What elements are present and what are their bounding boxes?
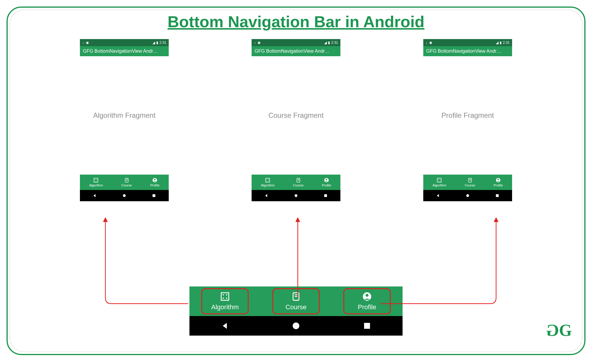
back-icon[interactable] [264,193,269,198]
status-time: 2:31 [160,41,166,45]
svg-point-14 [266,179,267,180]
status-time: 2:31 [503,41,510,45]
page-title: Bottom Navigation Bar in Android [8,12,584,31]
nav-item-profile[interactable]: Profile [322,178,331,187]
nav-item-course[interactable]: Course [293,178,303,187]
svg-marker-52 [103,217,108,222]
circle-icon: ◉ [429,41,432,45]
back-icon[interactable] [221,321,229,330]
home-icon[interactable] [294,193,298,198]
svg-rect-13 [266,178,270,182]
home-icon[interactable] [292,321,300,330]
svg-point-40 [223,294,224,295]
grid-icon [93,178,99,183]
svg-point-4 [96,181,97,181]
big-system-nav [189,316,403,336]
status-bar: ↓ ◉ ◢ ▮ 2:31 [252,39,340,46]
svg-point-2 [96,179,97,180]
svg-marker-54 [494,217,498,222]
status-bar: ↓ ◉ ◢ ▮ 2:31 [423,39,512,46]
svg-point-9 [154,179,156,180]
svg-rect-38 [496,194,498,197]
nav-label: Algorithm [261,183,274,187]
person-icon [496,178,501,183]
recent-icon[interactable] [323,193,328,198]
person-icon [324,178,329,183]
bottom-nav: Algorithm Course Profile [252,175,340,190]
system-nav [252,190,340,201]
grid-icon [220,291,230,302]
system-nav [423,190,512,201]
svg-point-37 [466,194,469,197]
nav-item-algorithm[interactable]: Algorithm [261,178,274,187]
nav-label: Profile [322,183,331,187]
bottom-nav: Algorithm Course Profile [423,175,512,190]
home-icon[interactable] [465,193,470,198]
svg-point-41 [226,294,227,295]
svg-rect-39 [221,293,229,300]
svg-point-15 [268,179,269,180]
svg-marker-10 [94,194,96,197]
status-bar: ↓ ◉ ◢ ▮ 2:31 [80,39,169,46]
fragment-label: Course Fragment [252,56,340,175]
big-nav-label: Course [286,303,307,311]
recent-icon[interactable] [152,193,156,198]
nav-label: Algorithm [89,183,103,187]
nav-label: Algorithm [432,183,446,187]
svg-point-42 [223,298,224,299]
circle-icon: ◉ [258,41,260,45]
big-nav-label: Algorithm [211,303,239,311]
nav-label: Profile [150,183,160,187]
signal-icon: ◢ [496,41,498,45]
battery-icon: ▮ [500,41,502,45]
phone-algorithm: ↓ ◉ ◢ ▮ 2:31 GFG BottomNavigationView An… [80,39,169,201]
nav-item-profile[interactable]: Profile [150,178,160,187]
download-icon: ↓ [254,41,256,45]
svg-point-27 [438,179,439,180]
back-icon[interactable] [436,193,440,198]
svg-point-3 [95,181,95,181]
nav-item-course[interactable]: Course [465,178,475,187]
home-icon[interactable] [122,193,127,198]
svg-rect-51 [364,323,370,329]
phone-profile: ↓ ◉ ◢ ▮ 2:31 GFG BottomNavigationView An… [423,39,512,201]
download-icon: ↓ [426,41,427,45]
battery-icon: ▮ [328,41,330,45]
svg-rect-26 [437,178,442,182]
arrow-profile [372,215,520,310]
svg-point-35 [498,179,499,180]
svg-point-29 [438,181,439,181]
nav-label: Course [465,183,475,187]
recent-icon[interactable] [363,321,371,330]
nav-item-algorithm[interactable]: Algorithm [432,178,446,187]
arrow-algorithm [85,215,209,310]
svg-point-24 [295,194,297,197]
person-icon [362,291,372,302]
nav-label: Course [121,183,132,187]
nav-item-course[interactable]: Course [121,178,132,187]
recent-icon[interactable] [495,193,500,198]
nav-item-algorithm[interactable]: Algorithm [89,178,103,187]
svg-rect-0 [94,178,98,182]
fragment-label: Profile Fragment [423,56,512,175]
nav-label: Profile [494,183,503,187]
fragment-label: Algorithm Fragment [80,56,169,175]
svg-point-1 [95,179,95,180]
nav-item-profile[interactable]: Profile [494,178,503,187]
signal-icon: ◢ [152,41,155,45]
svg-marker-53 [295,217,300,222]
app-bar-title: GFG BottomNavigationView Andr… [80,46,169,56]
grid-icon [265,178,270,183]
back-icon[interactable] [92,193,97,198]
book-icon [296,178,301,183]
download-icon: ↓ [82,41,84,45]
svg-point-48 [366,294,369,297]
nav-label: Course [293,183,303,187]
phones-row: ↓ ◉ ◢ ▮ 2:31 GFG BottomNavigationView An… [8,39,584,201]
svg-rect-12 [152,194,155,197]
system-nav [80,190,169,201]
app-bar-title: GFG BottomNavigationView Andr… [252,46,340,56]
svg-point-11 [123,194,126,197]
svg-rect-25 [324,194,327,197]
bottom-nav: Algorithm Course Profile [80,175,169,190]
